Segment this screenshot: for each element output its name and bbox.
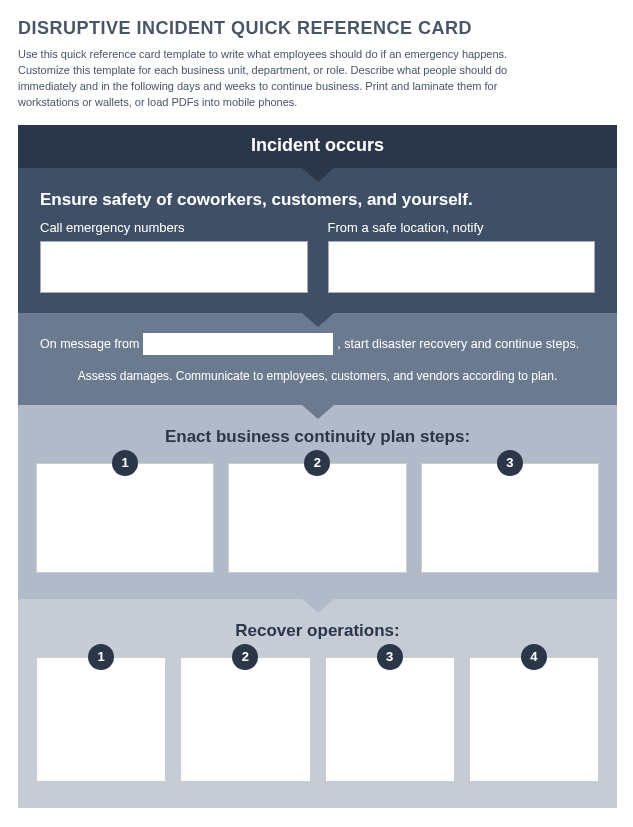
continuity-step-box[interactable]: 1 [36,463,214,573]
message-prefix: On message from [40,337,139,351]
incident-banner: Incident occurs [18,125,617,168]
chevron-down-icon [302,405,334,419]
recover-title: Recover operations: [36,621,599,641]
banner-label: Incident occurs [251,135,384,155]
emergency-numbers-label: Call emergency numbers [40,220,308,235]
continuity-title: Enact business continuity plan steps: [36,427,599,447]
step-badge: 1 [88,644,114,670]
continuity-section: Enact business continuity plan steps: 1 … [18,405,617,599]
chevron-down-icon [302,599,334,613]
safety-section: Ensure safety of coworkers, customers, a… [18,168,617,313]
message-suffix: , start disaster recovery and continue s… [337,337,579,351]
step-badge: 1 [112,450,138,476]
recover-step-box[interactable]: 1 [36,657,166,782]
chevron-down-icon [302,313,334,327]
message-from-input[interactable] [143,333,333,355]
recover-step-box[interactable]: 2 [180,657,310,782]
emergency-numbers-input[interactable] [40,241,308,293]
step-badge: 4 [521,644,547,670]
step-badge: 2 [232,644,258,670]
step-badge: 3 [377,644,403,670]
intro-text: Use this quick reference card template t… [18,47,558,111]
step-badge: 2 [304,450,330,476]
notify-label: From a safe location, notify [328,220,596,235]
safety-title: Ensure safety of coworkers, customers, a… [40,190,595,210]
message-assess-line: Assess damages. Communicate to employees… [40,369,595,383]
page-title: DISRUPTIVE INCIDENT QUICK REFERENCE CARD [18,18,617,39]
recover-step-box[interactable]: 3 [325,657,455,782]
step-badge: 3 [497,450,523,476]
continuity-step-box[interactable]: 3 [421,463,599,573]
notify-input[interactable] [328,241,596,293]
recover-step-box[interactable]: 4 [469,657,599,782]
chevron-down-icon [302,168,334,182]
recover-section: Recover operations: 1 2 3 4 [18,599,617,808]
continuity-step-box[interactable]: 2 [228,463,406,573]
